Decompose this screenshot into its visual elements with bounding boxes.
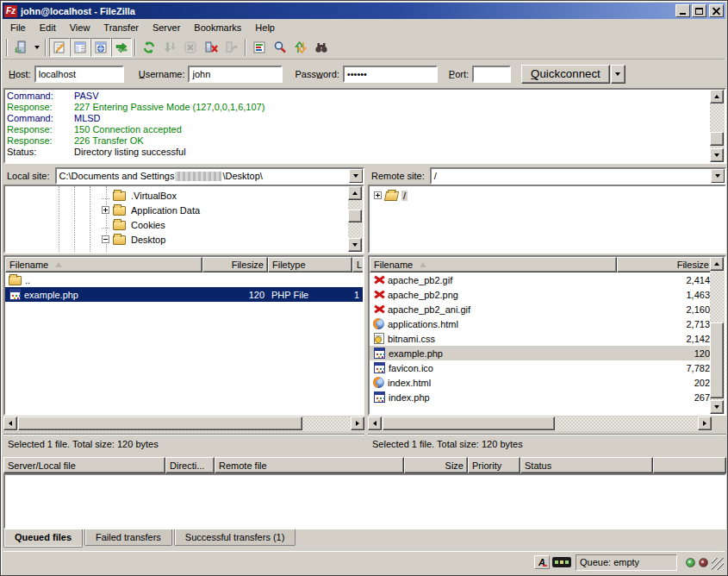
tree-expander[interactable] — [102, 206, 109, 214]
file-row[interactable]: index.php 267 — [370, 390, 713, 404]
cancel-button[interactable] — [180, 38, 201, 57]
menu-item[interactable]: Edit — [33, 20, 63, 35]
file-row[interactable]: example.php 120 — [370, 346, 713, 360]
tree-item[interactable]: Application Data — [102, 203, 363, 217]
column-header-lastmodified[interactable]: L — [352, 257, 364, 272]
local-site-label: Local site: — [3, 171, 55, 181]
scroll-thumb[interactable] — [348, 210, 362, 222]
file-name: index.php — [389, 392, 430, 403]
tree-item[interactable]: Desktop — [102, 232, 363, 247]
scroll-down-button[interactable] — [348, 238, 362, 252]
remote-path: / — [434, 171, 437, 181]
tab-successful-transfers[interactable]: Successful transfers (1) — [174, 529, 296, 546]
file-row[interactable]: favicon.ico 7,782 — [370, 360, 713, 375]
minimize-button[interactable] — [675, 4, 690, 17]
quickconnect-button[interactable]: Q̲uickconnect — [521, 65, 610, 84]
menu-item[interactable]: Help — [248, 20, 282, 35]
scroll-thumb[interactable] — [710, 132, 724, 146]
toggle-local-tree-button[interactable] — [70, 38, 90, 57]
scroll-up-button[interactable] — [710, 90, 724, 103]
log-scrollbar[interactable] — [710, 90, 725, 162]
tree-item[interactable]: / — [370, 188, 725, 203]
column-header-remote-file[interactable]: Remote file — [215, 457, 404, 473]
close-button[interactable] — [709, 4, 724, 17]
file-row[interactable]: apache_pb2_ani.gif 2,160 — [370, 302, 713, 316]
site-manager-dropdown[interactable] — [31, 38, 42, 57]
maximize-button[interactable] — [692, 4, 706, 17]
toggle-message-log-button[interactable] — [49, 38, 70, 57]
column-header-priority[interactable]: Priority — [468, 457, 520, 473]
remote-list-hscrollbar[interactable] — [368, 416, 712, 431]
column-header-direction[interactable]: Directi... — [165, 457, 215, 473]
column-header-filename[interactable]: Filename — [370, 257, 617, 272]
remote-list-scrollbar[interactable] — [710, 257, 725, 414]
dropdown-arrow-icon — [34, 46, 40, 49]
tab-failed-transfers[interactable]: Failed transfers — [84, 529, 172, 546]
remote-list-header: Filename Filesize — [370, 257, 713, 272]
column-header-status[interactable]: Status — [520, 457, 653, 473]
resize-grip[interactable] — [712, 558, 724, 570]
compare-directories-button[interactable] — [270, 38, 290, 57]
local-site-combo[interactable]: C:\Documents and Settings\Desktop\ — [55, 167, 364, 185]
combo-dropdown-button[interactable] — [349, 169, 363, 183]
toggle-queue-button[interactable] — [111, 38, 132, 57]
quickconnect-dropdown[interactable] — [611, 65, 625, 84]
scroll-right-button[interactable] — [351, 416, 364, 430]
tree-expander[interactable] — [102, 235, 109, 243]
local-tree-scrollbar[interactable] — [348, 186, 363, 252]
scroll-thumb[interactable] — [18, 416, 302, 430]
menu-item[interactable]: File — [3, 20, 33, 35]
tree-expander[interactable] — [374, 191, 382, 199]
scroll-left-button[interactable] — [368, 416, 382, 430]
column-header-filesize[interactable]: Filesize — [202, 257, 268, 272]
refresh-button[interactable] — [139, 38, 159, 57]
tree-expander[interactable] — [102, 198, 109, 199]
scroll-left-button[interactable] — [3, 416, 17, 430]
disconnect-button[interactable] — [201, 38, 221, 57]
scroll-up-button[interactable] — [710, 257, 724, 271]
synchronized-browsing-button[interactable] — [290, 38, 311, 57]
password-input[interactable] — [343, 66, 438, 83]
menu-item[interactable]: Transfer — [96, 20, 146, 35]
port-input[interactable] — [472, 66, 511, 83]
scroll-thumb[interactable] — [383, 416, 555, 430]
tree-item[interactable]: .VirtualBox — [102, 188, 363, 203]
toolbar-separator — [245, 39, 246, 56]
tab-queued-files[interactable]: Queued files — [3, 529, 83, 548]
tree-item[interactable]: Cookies — [102, 217, 363, 232]
speed-limits-icon[interactable] — [552, 557, 571, 567]
data-type-indicator-icon[interactable]: A — [534, 555, 550, 569]
host-input[interactable] — [34, 66, 124, 83]
menu-item[interactable]: Server — [146, 20, 187, 35]
column-header-filename[interactable]: Filename — [5, 257, 202, 272]
scroll-down-button[interactable] — [710, 148, 724, 162]
toggle-remote-tree-button[interactable] — [90, 38, 111, 57]
tree-expander[interactable] — [102, 228, 109, 229]
menu-item[interactable]: Bookmarks — [187, 20, 248, 35]
filter-button[interactable] — [249, 38, 270, 57]
scroll-thumb[interactable] — [710, 322, 724, 398]
file-row[interactable]: bitnami.css 2,142 — [370, 331, 713, 346]
process-queue-button[interactable] — [159, 38, 180, 57]
file-row[interactable]: apache_pb2.png 1,463 — [370, 287, 713, 302]
file-row[interactable]: apache_pb2.gif 2,414 — [370, 272, 713, 287]
file-row[interactable]: applications.html 2,713 — [370, 316, 713, 331]
file-row[interactable]: .. — [5, 272, 363, 287]
combo-dropdown-button[interactable] — [711, 169, 725, 183]
remote-site-combo[interactable]: / — [430, 167, 726, 185]
column-header-size[interactable]: Size — [404, 457, 468, 473]
scroll-up-button[interactable] — [348, 186, 362, 200]
username-input[interactable] — [188, 66, 283, 83]
file-row-selected[interactable]: example.php 120 PHP File 1 — [5, 287, 363, 302]
scroll-right-button[interactable] — [698, 416, 712, 430]
scroll-down-button[interactable] — [710, 400, 724, 414]
file-row[interactable]: index.html 202 — [370, 375, 713, 390]
site-manager-button[interactable] — [10, 38, 31, 57]
menu-item[interactable]: View — [63, 20, 97, 35]
reconnect-button[interactable] — [221, 38, 242, 57]
column-header-filesize[interactable]: Filesize — [617, 257, 713, 272]
column-header-server-local-file[interactable]: Server/Local file — [3, 457, 165, 473]
search-button[interactable] — [311, 38, 332, 57]
column-header-filetype[interactable]: Filetype — [268, 257, 352, 272]
local-list-hscrollbar[interactable] — [3, 416, 364, 431]
